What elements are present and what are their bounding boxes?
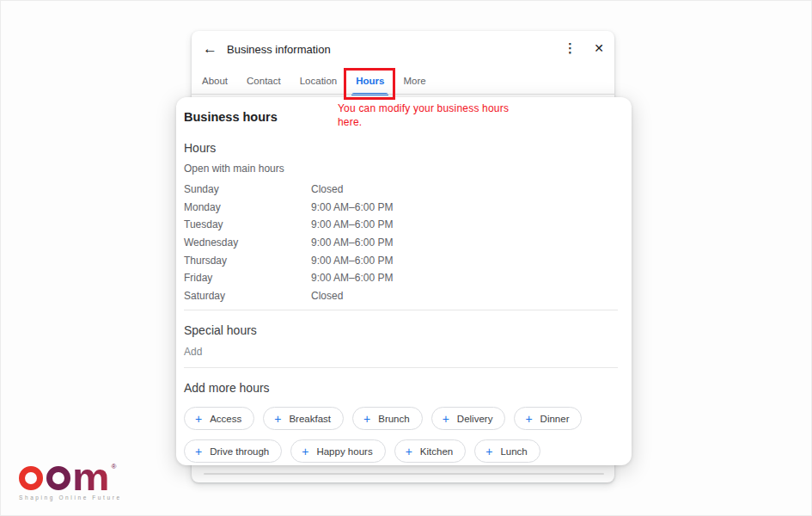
chip-breakfast[interactable]: +Breakfast	[263, 407, 344, 430]
chip-row: +Access+Breakfast+Brunch+Delivery+Dinner	[184, 407, 618, 430]
day-hours-value: Closed	[311, 183, 618, 195]
day-hours-value: Closed	[311, 290, 618, 302]
logo-tagline: Shaping Online Future	[19, 494, 122, 501]
tab-location[interactable]: Location	[299, 76, 338, 86]
day-label: Sunday	[184, 183, 311, 195]
day-hours-value: 9:00 AM–6:00 PM	[311, 255, 618, 267]
plus-icon: +	[406, 445, 412, 458]
chip-label: Drive through	[210, 446, 269, 457]
chip-label: Access	[210, 414, 241, 424]
chip-label: Kitchen	[420, 446, 453, 457]
hours-row-thursday: Thursday9:00 AM–6:00 PM	[184, 251, 618, 269]
chip-dinner[interactable]: +Dinner	[514, 407, 582, 430]
chip-brunch[interactable]: +Brunch	[352, 407, 423, 430]
chip-label: Delivery	[457, 414, 493, 424]
day-hours-value: 9:00 AM–6:00 PM	[311, 218, 618, 230]
business-hours-panel: Business hours You can modify your busin…	[176, 97, 632, 465]
day-label: Monday	[184, 201, 311, 213]
day-hours-value: 9:00 AM–6:00 PM	[311, 236, 618, 249]
special-hours-add-button[interactable]: Add	[184, 346, 202, 358]
day-label: Thursday	[184, 255, 311, 267]
oom-logo-mark: m ®	[19, 464, 122, 490]
chip-delivery[interactable]: +Delivery	[431, 407, 506, 430]
hours-mode-label: Open with main hours	[184, 163, 618, 175]
tab-hours[interactable]: Hours	[355, 76, 385, 86]
dialog-footer-divider	[204, 473, 604, 475]
hours-row-monday: Monday9:00 AM–6:00 PM	[184, 199, 618, 217]
chip-label: Lunch	[500, 446, 527, 457]
annotation-text: You can modify your business hours here.	[338, 102, 516, 129]
chip-rows: +Access+Breakfast+Brunch+Delivery+Dinner…	[184, 407, 618, 463]
chip-label: Dinner	[540, 414, 570, 424]
dialog-header: ← Business information ⋮ ✕	[192, 31, 614, 68]
tab-more[interactable]: More	[402, 76, 426, 86]
chip-kitchen[interactable]: +Kitchen	[394, 439, 467, 463]
kebab-menu-icon[interactable]: ⋮	[564, 40, 577, 56]
logo-ring-red-icon	[19, 466, 43, 490]
chip-row: +Drive through+Happy hours+Kitchen+Lunch	[184, 439, 618, 463]
logo-ring-maroon-icon	[46, 466, 70, 490]
add-more-hours-heading: Add more hours	[184, 381, 618, 395]
chip-happy-hours[interactable]: +Happy hours	[290, 439, 385, 463]
back-arrow-icon[interactable]: ←	[203, 40, 217, 58]
oom-logo: m ® Shaping Online Future	[19, 464, 122, 501]
day-label: Saturday	[184, 290, 311, 302]
hours-row-tuesday: Tuesday9:00 AM–6:00 PM	[184, 216, 618, 234]
hours-row-saturday: SaturdayClosed	[184, 287, 618, 305]
chip-label: Breakfast	[289, 414, 331, 424]
section-divider	[184, 367, 618, 368]
plus-icon: +	[525, 413, 532, 425]
chip-label: Happy hours	[316, 446, 372, 457]
day-label: Tuesday	[184, 218, 311, 230]
hours-row-wednesday: Wednesday9:00 AM–6:00 PM	[184, 234, 618, 252]
plus-icon: +	[302, 445, 308, 458]
day-hours-value: 9:00 AM–6:00 PM	[311, 201, 618, 213]
plus-icon: +	[274, 413, 281, 425]
special-hours-heading: Special hours	[184, 323, 618, 337]
page-background: { "dialog": { "title": "Business informa…	[0, 0, 812, 516]
registered-trademark-icon: ®	[112, 463, 117, 470]
day-label: Wednesday	[184, 236, 311, 249]
tab-contact[interactable]: Contact	[246, 76, 282, 86]
hours-section-heading: Hours	[184, 141, 618, 155]
chip-lunch[interactable]: +Lunch	[474, 439, 540, 463]
plus-icon: +	[195, 413, 202, 425]
day-hours-value: 9:00 AM–6:00 PM	[311, 272, 618, 284]
tab-about[interactable]: About	[201, 76, 229, 86]
plus-icon: +	[485, 445, 492, 458]
close-icon[interactable]: ✕	[594, 41, 604, 55]
dialog-title: Business information	[227, 43, 331, 56]
plus-icon: +	[195, 445, 202, 458]
tab-bar: AboutContactLocationHoursMore	[201, 68, 614, 94]
hours-row-friday: Friday9:00 AM–6:00 PM	[184, 269, 618, 287]
plus-icon: +	[363, 413, 370, 425]
section-divider	[184, 310, 618, 310]
panel-content: Business hours You can modify your busin…	[176, 97, 632, 465]
plus-icon: +	[443, 413, 449, 425]
day-label: Friday	[184, 272, 311, 284]
hours-row-sunday: SundayClosed	[184, 181, 618, 199]
chip-drive-through[interactable]: +Drive through	[184, 439, 282, 463]
tabs-divider	[192, 94, 614, 95]
chip-label: Brunch	[378, 414, 409, 424]
chip-access[interactable]: +Access	[184, 407, 254, 430]
logo-letter-m: m	[72, 466, 110, 490]
hours-table[interactable]: SundayClosedMonday9:00 AM–6:00 PMTuesday…	[184, 181, 618, 304]
